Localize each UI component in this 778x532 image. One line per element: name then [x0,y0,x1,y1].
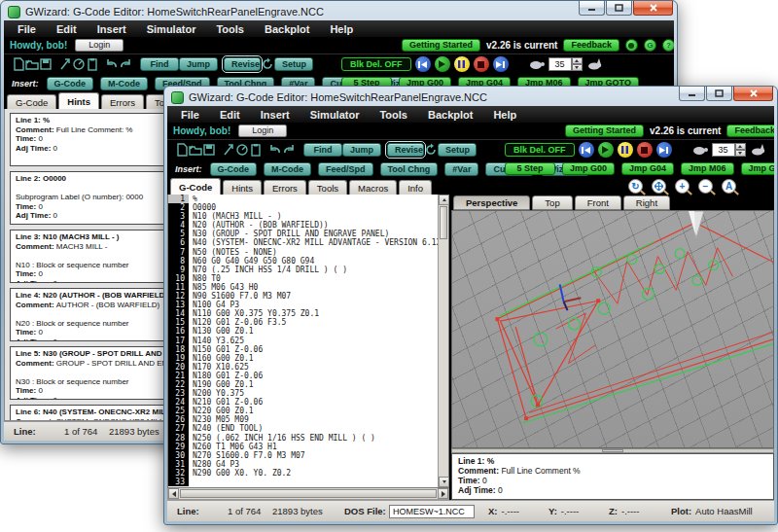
speed-up-button[interactable] [572,57,583,64]
menu-edit[interactable]: Edit [220,109,240,121]
menu-help[interactable]: Help [493,109,516,121]
code-line[interactable]: 27N240 (END TOOL) [168,424,438,433]
code-area[interactable]: 1%2O00003N10 (MACH3 MILL - )4N20 (AUTHOR… [168,195,438,487]
open-file-icon[interactable] [189,143,202,157]
menu-tools[interactable]: Tools [379,109,407,121]
setup-button[interactable]: Setup [274,57,313,71]
hscroll-thumb[interactable] [180,489,437,498]
play-button[interactable] [598,142,614,158]
insert-button-g-code[interactable]: G-Code [210,162,258,176]
menu-simulator[interactable]: Simulator [310,109,360,121]
speed-value[interactable]: 35 [712,143,735,157]
code-line[interactable]: 7N50 (NOTES - NONE) [168,248,438,257]
insert-button-m-code[interactable]: M-Code [100,77,148,90]
code-line[interactable]: 17N140 Y3.625 [168,337,438,345]
code-line[interactable]: 5N30 (GROUP - SPOT DRILL AND ENGRAVE PAN… [168,230,438,238]
open-file-icon[interactable] [25,57,39,71]
menu-simulator[interactable]: Simulator [147,23,196,35]
pan-view-icon[interactable] [652,179,666,194]
code-line[interactable]: 4N20 (AUTHOR - (BOB WARFIELD)) [168,221,438,230]
tab-hints[interactable]: Hints [223,180,262,195]
tab-macros[interactable]: Macros [349,180,397,195]
code-line[interactable]: 23N200 Y0.375 [168,389,438,398]
save-icon[interactable] [39,57,53,71]
stop-button[interactable] [637,142,653,158]
jump-button-main[interactable]: Jump [179,57,218,71]
feedback-button[interactable]: Feedback [563,39,619,52]
code-line[interactable]: 29N260 T1 M06 G43 H1 [168,443,438,451]
undo-icon[interactable] [268,143,282,157]
tab-errors[interactable]: Errors [101,94,144,109]
insert-button-g-code[interactable]: G-Code [47,77,94,90]
code-line[interactable]: 19N160 G00 Z0.1 [168,354,438,363]
jump-button-main[interactable]: Jump [342,143,381,157]
tab-errors[interactable]: Errors [264,180,306,195]
code-line[interactable]: 3N10 (MACH3 MILL - ) [168,212,438,221]
backplot-viewport[interactable] [451,210,774,448]
code-line[interactable]: 30N270 S1600.0 F7.0 M3 M07 [168,451,438,460]
refresh-icon[interactable] [261,57,274,71]
code-line[interactable]: 31N280 G4 P3 [168,460,438,469]
code-line[interactable]: 9N70 (.25 INCH HSS 1/4 DRILL ) ( ) [168,266,438,274]
revise-button[interactable]: Revise [387,143,424,157]
view-tab-top[interactable]: Top [532,195,572,210]
insert-button-tool-chng[interactable]: Tool Chng [380,162,439,176]
clipboard-icon[interactable] [86,57,99,71]
login-button[interactable]: Login [238,124,287,137]
code-line[interactable]: 20N170 X10.625 [168,363,438,372]
zoom-fit-icon[interactable]: A [722,179,736,194]
getting-started-button[interactable]: Getting Started [402,39,480,52]
vertical-scrollbar[interactable] [438,195,448,487]
view-tab-right[interactable]: Right [623,195,670,210]
insert-button-m-code[interactable]: M-Code [264,162,311,176]
minimize-button[interactable] [679,87,705,101]
code-line[interactable]: 21N180 G01 Z-0.06 [168,372,438,380]
menu-file[interactable]: File [18,23,36,35]
horizontal-scrollbar[interactable] [167,488,449,500]
code-line[interactable]: 6N40 (SYSTEM- ONECNC-XR2 MILL ADVANTAGE … [168,238,438,247]
redo-icon[interactable] [119,57,132,71]
menu-tools[interactable]: Tools [216,23,244,35]
code-line[interactable]: 33 [168,478,438,486]
find-button[interactable]: Find [140,57,179,71]
insert-button-feed-spd[interactable]: Feed/Spd [318,162,373,176]
code-line[interactable]: 26N230 M05 M09 [168,415,438,424]
view-tab-perspective[interactable]: Perspective [453,195,530,210]
code-line[interactable]: 22N190 G00 Z0.1 [168,380,438,389]
close-button[interactable] [633,1,673,16]
stop-button[interactable] [474,56,489,72]
code-line[interactable]: 14N110 G00 X0.375 Y0.375 Z0.1 [168,309,438,318]
find-button[interactable]: Find [303,143,342,157]
menu-backplot[interactable]: Backplot [428,109,473,121]
gauge-icon[interactable] [235,143,249,157]
tab-g-code[interactable]: G-Code [170,178,221,195]
code-line[interactable]: 12N90 S1600 F7.0 M3 M07 [168,292,438,301]
maximize-button[interactable] [706,87,732,101]
play-button[interactable] [435,56,450,72]
view-tab-front[interactable]: Front [575,195,621,210]
menu-insert[interactable]: Insert [97,23,126,35]
block-delete-toggle[interactable]: Blk Del. OFF [505,143,575,157]
scroll-up-button[interactable] [439,195,449,205]
community-icon[interactable] [625,39,638,52]
title-bar[interactable]: GWizard: G-Code Editor: HomeSwitchRearPa… [167,89,774,106]
code-line[interactable]: 25N220 G00 Z0.1 [168,407,438,415]
pause-button[interactable] [454,56,470,72]
tool-icon[interactable] [222,143,235,157]
dos-file-input[interactable] [389,505,475,518]
jump-button-jmp-g04[interactable]: Jmp G04 [621,162,674,175]
code-line[interactable]: 2O0000 [168,203,438,212]
save-icon[interactable] [202,143,216,157]
gauge-icon[interactable] [72,57,86,71]
setup-button[interactable]: Setup [438,143,477,157]
menu-file[interactable]: File [181,109,199,121]
redo-icon[interactable] [282,143,296,157]
speed-down-button[interactable] [572,64,583,71]
tab-hints[interactable]: Hints [58,92,99,109]
undo-icon[interactable] [105,57,119,71]
clipboard-icon[interactable] [249,143,263,157]
getting-started-button[interactable]: Getting Started [565,124,644,137]
menu-insert[interactable]: Insert [261,109,290,121]
maximize-button[interactable] [606,1,632,16]
new-file-icon[interactable] [175,143,189,157]
